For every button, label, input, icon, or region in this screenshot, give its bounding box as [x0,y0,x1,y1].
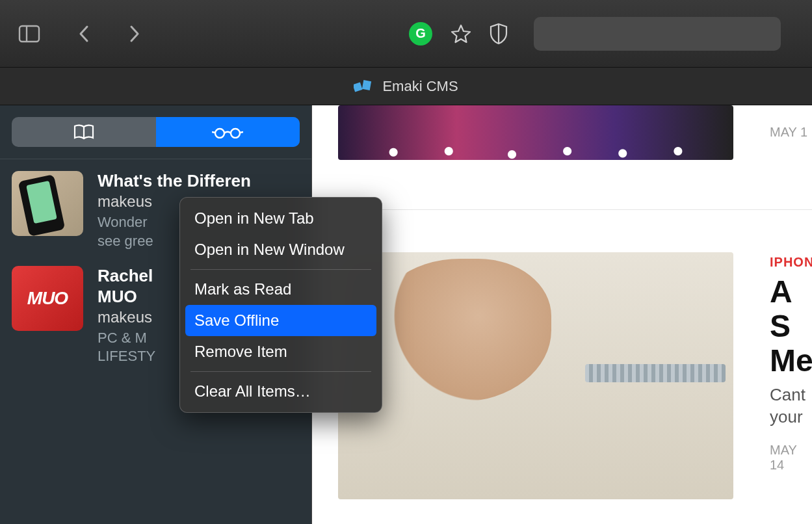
menu-separator [190,371,371,372]
excerpt-line: see gree [98,233,153,249]
subhead: Cant your [770,384,812,428]
svg-point-7 [215,129,224,138]
toolbar-left-group [18,24,142,44]
bookmarks-segment[interactable] [12,117,156,147]
glasses-icon [212,125,243,138]
svg-line-9 [212,132,215,133]
headline-line: A S [770,274,791,343]
item-thumbnail [12,171,83,236]
segmented-control [12,117,300,147]
forward-icon[interactable] [127,24,142,44]
svg-marker-2 [452,25,470,42]
date-label: MAY 14 [770,443,812,473]
grammarly-extension-icon[interactable]: G [409,22,432,46]
menu-save-offline[interactable]: Save Offline [185,305,376,336]
tab-strip: Emaki CMS [0,68,812,105]
article-top-date: MAY 1 [770,111,807,140]
excerpt-line: Wonder [98,214,148,230]
date-label: MAY 1 [770,125,807,140]
book-icon [73,124,95,140]
category-label: IPHON [770,255,812,270]
context-menu: Open in New Tab Open in New Window Mark … [179,197,382,413]
excerpt-line: LIFESTY [98,348,155,364]
shield-icon[interactable] [490,23,508,45]
svg-rect-5 [362,80,371,90]
menu-clear-all[interactable]: Clear All Items… [180,376,382,407]
article-divider [338,209,812,210]
svg-rect-0 [20,26,39,42]
menu-remove-item[interactable]: Remove Item [180,336,382,367]
tab-label[interactable]: Emaki CMS [382,78,458,95]
menu-open-new-tab[interactable]: Open in New Tab [180,203,382,234]
excerpt-line: PC & M [98,330,147,346]
menu-separator [190,269,371,270]
reading-list-segment[interactable] [156,117,300,147]
address-bar[interactable] [534,17,781,51]
back-icon[interactable] [77,24,91,44]
article-image-mid [338,252,733,499]
sidebar-toggle-icon[interactable] [18,25,40,43]
star-icon[interactable] [451,23,471,44]
svg-line-10 [240,132,243,133]
article-image-top [338,105,733,160]
svg-rect-4 [354,82,363,92]
g-letter: G [415,26,426,41]
item-title: What's the Differen [98,171,300,191]
item-thumbnail [12,266,83,331]
article-content-pane: MAY 1 IPHON A S Me Cant your MAY 14 [312,105,812,524]
main-split: What's the Differen makeus Wonder see gr… [0,105,812,524]
sub-line: Cant [770,385,805,404]
title-line: Rachel [98,266,153,285]
title-line: MUO [98,287,137,306]
menu-open-new-window[interactable]: Open in New Window [180,234,382,265]
menu-mark-as-read[interactable]: Mark as Read [180,274,382,305]
svg-point-8 [231,129,240,138]
segmented-control-wrap [0,105,311,159]
toolbar-center-group: G [168,17,781,51]
headline: A S Me [770,275,812,378]
browser-toolbar: G [0,0,812,68]
tab-favicon-icon [354,78,373,95]
article-meta-block: IPHON A S Me Cant your MAY 14 [770,255,812,473]
sub-line: your [770,407,803,426]
headline-line: Me [770,343,812,378]
